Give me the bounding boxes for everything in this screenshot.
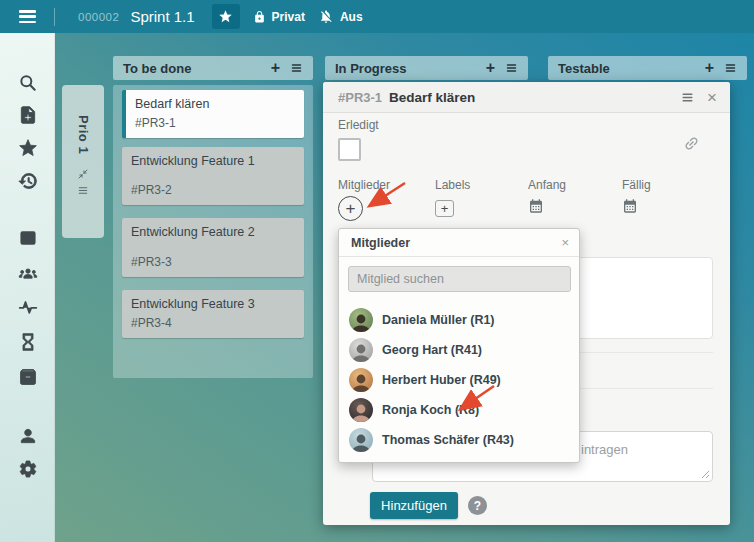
card-pr3-2[interactable]: Entwicklung Feature 1 #PR3-2 (122, 147, 304, 205)
member-list: Daniela Müller (R1) Georg Hart (R41) Her… (339, 305, 579, 455)
avatar (349, 338, 373, 362)
sidebar (0, 33, 55, 542)
labels-field-label: Labels (435, 178, 470, 192)
member-name: Georg Hart (R41) (382, 343, 482, 357)
add-comment-button[interactable]: Hinzufügen (370, 492, 458, 519)
card-pr3-1[interactable]: Bedarf klären #PR3-1 (122, 90, 304, 138)
add-card-icon[interactable]: + (486, 59, 495, 77)
comment-placeholder: intragen (581, 442, 628, 457)
hamburger-menu-icon[interactable] (19, 10, 36, 23)
board-number: 000002 (78, 11, 119, 23)
avatar (349, 368, 373, 392)
column-title: Testable (558, 61, 705, 76)
done-checkbox[interactable] (338, 138, 361, 161)
add-label-button[interactable]: + (435, 200, 454, 217)
start-date-calendar-icon[interactable] (528, 198, 544, 218)
member-row-georg[interactable]: Georg Hart (R41) (339, 335, 579, 365)
user-icon[interactable] (18, 426, 38, 446)
topbar: 000002 Sprint 1.1 Privat Aus (0, 0, 754, 33)
popup-header: Mitglieder × (339, 229, 579, 257)
note-add-icon[interactable] (18, 105, 38, 125)
privacy-label: Privat (272, 10, 305, 24)
due-field-label: Fällig (622, 178, 651, 192)
star-icon (218, 9, 233, 24)
swimlane-menu-icon[interactable] (77, 185, 89, 196)
board-columns-icon[interactable] (18, 228, 38, 248)
team-icon[interactable] (18, 264, 38, 284)
search-icon[interactable] (18, 73, 38, 93)
column-title: To be done (123, 61, 271, 76)
avatar (349, 398, 373, 422)
link-icon[interactable] (683, 135, 700, 156)
card-id: #PR3-4 (131, 316, 172, 330)
column-menu-icon[interactable] (505, 62, 518, 74)
lock-icon (253, 10, 266, 24)
help-icon[interactable]: ? (468, 496, 487, 515)
card-title: Entwicklung Feature 2 (131, 225, 255, 239)
avatar (349, 308, 373, 332)
member-name: Herbert Huber (R49) (382, 373, 501, 387)
app-window: 000002 Sprint 1.1 Privat Aus (0, 0, 754, 542)
card-id: #PR3-1 (135, 116, 176, 130)
add-member-button[interactable]: + (338, 196, 363, 221)
card-title: Entwicklung Feature 1 (131, 154, 255, 168)
member-name: Thomas Schäfer (R43) (382, 433, 514, 447)
add-card-icon[interactable]: + (271, 59, 280, 77)
privacy-indicator[interactable]: Privat (253, 10, 305, 24)
column-header-in-progress: In Progress + (325, 56, 528, 80)
due-date-calendar-icon[interactable] (622, 198, 638, 218)
settings-gear-icon[interactable] (18, 459, 38, 479)
topbar-divider (54, 8, 55, 26)
card-id: #PR3-1 (338, 90, 382, 105)
column-title: In Progress (335, 61, 486, 76)
card-title: Entwicklung Feature 3 (131, 297, 255, 311)
card-id: #PR3-2 (131, 183, 172, 197)
card-title: Bedarf klären (135, 97, 209, 111)
popup-title: Mitglieder (351, 236, 410, 250)
card-title: Bedarf klären (389, 90, 475, 105)
star-icon[interactable] (18, 138, 38, 158)
member-row-herbert[interactable]: Herbert Huber (R49) (339, 365, 579, 395)
close-icon[interactable]: × (707, 89, 717, 106)
board-title: Sprint 1.1 (130, 8, 194, 25)
column-header-testable: Testable + (548, 56, 747, 80)
member-row-ronja[interactable]: Ronja Koch (R8) (339, 395, 579, 425)
swimlane-prio1[interactable]: Prio 1 (62, 85, 104, 238)
collapse-icon[interactable] (77, 168, 89, 180)
card-menu-icon[interactable] (680, 91, 695, 104)
member-row-thomas[interactable]: Thomas Schäfer (R43) (339, 425, 579, 455)
notifications-label: Aus (340, 10, 363, 24)
done-label: Erledigt (338, 118, 379, 132)
history-icon[interactable] (18, 171, 38, 191)
card-pr3-4[interactable]: Entwicklung Feature 3 #PR3-4 (122, 290, 304, 338)
member-row-daniela[interactable]: Daniela Müller (R1) (339, 305, 579, 335)
swimlane-title: Prio 1 (76, 115, 91, 154)
card-pr3-3[interactable]: Entwicklung Feature 2 #PR3-3 (122, 218, 304, 277)
resize-grip-icon[interactable] (701, 470, 710, 479)
member-name: Daniela Müller (R1) (382, 313, 495, 327)
card-id: #PR3-3 (131, 255, 172, 269)
avatar (349, 428, 373, 452)
column-menu-icon[interactable] (290, 62, 303, 74)
modal-header: #PR3-1 Bedarf klären × (323, 82, 730, 113)
members-popup: Mitglieder × Daniela Müller (R1) Georg H… (338, 228, 580, 463)
members-field-label: Mitglieder (338, 178, 390, 192)
notifications-indicator[interactable]: Aus (318, 9, 363, 24)
member-name: Ronja Koch (R8) (382, 403, 479, 417)
start-field-label: Anfang (528, 178, 566, 192)
bell-off-icon (318, 9, 334, 24)
member-search-input[interactable] (348, 266, 571, 292)
activity-icon[interactable] (18, 297, 38, 317)
hourglass-icon[interactable] (18, 332, 38, 352)
star-board-button[interactable] (212, 4, 240, 29)
column-header-to-be-done: To be done + (113, 56, 313, 80)
add-card-icon[interactable]: + (705, 59, 714, 77)
archive-icon[interactable] (18, 367, 38, 387)
close-icon[interactable]: × (561, 235, 569, 250)
column-menu-icon[interactable] (724, 62, 737, 74)
